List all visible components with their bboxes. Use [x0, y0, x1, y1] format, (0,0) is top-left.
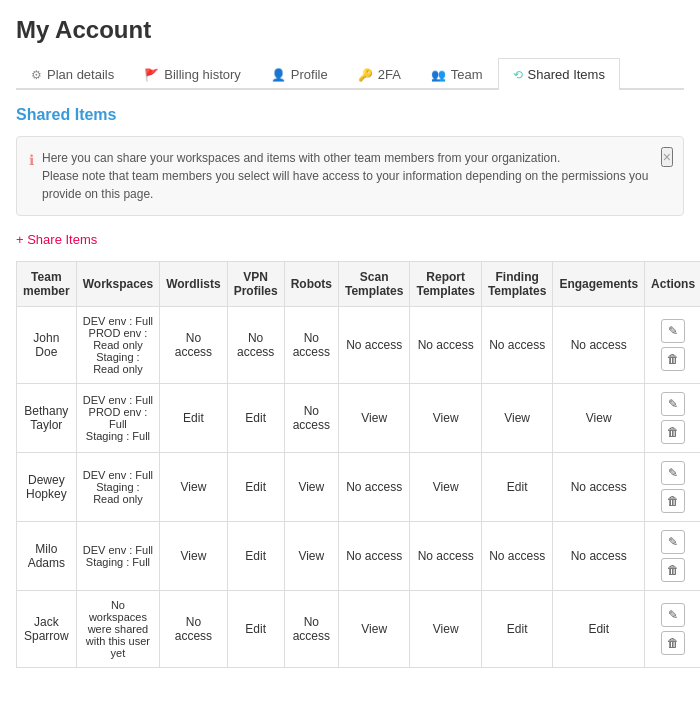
edit-button[interactable]: ✎	[661, 319, 685, 343]
tabs-nav: ⚙ Plan details 🚩 Billing history 👤 Profi…	[16, 58, 684, 90]
twofa-icon: 🔑	[358, 68, 373, 82]
table-row: Milo AdamsDEV env : Full Staging : FullV…	[17, 522, 701, 591]
cell-scan-templates: No access	[338, 522, 409, 591]
cell-finding-templates: No access	[481, 307, 552, 384]
shared-items-table: Team member Workspaces Wordlists VPN Pro…	[16, 261, 700, 668]
edit-button[interactable]: ✎	[661, 392, 685, 416]
delete-button[interactable]: 🗑	[661, 558, 685, 582]
share-items-button[interactable]: + Share Items	[16, 232, 97, 247]
tab-billing-label: Billing history	[164, 67, 241, 82]
tab-profile-label: Profile	[291, 67, 328, 82]
cell-vpn-profiles: Edit	[227, 522, 284, 591]
cell-robots: No access	[284, 384, 338, 453]
cell-member: John Doe	[17, 307, 77, 384]
tab-shared-label: Shared Items	[528, 67, 605, 82]
cell-workspaces: DEV env : Full PROD env : Full Staging :…	[76, 384, 159, 453]
cell-finding-templates: No access	[481, 522, 552, 591]
cell-engagements: Edit	[553, 591, 645, 668]
cell-wordlists: Edit	[160, 384, 227, 453]
cell-robots: No access	[284, 307, 338, 384]
tab-plan-label: Plan details	[47, 67, 114, 82]
tab-2fa[interactable]: 🔑 2FA	[343, 58, 416, 90]
cell-report-templates: No access	[410, 522, 481, 591]
team-icon: 👥	[431, 68, 446, 82]
cell-engagements: No access	[553, 307, 645, 384]
col-workspaces: Workspaces	[76, 262, 159, 307]
tab-billing-history[interactable]: 🚩 Billing history	[129, 58, 256, 90]
delete-button[interactable]: 🗑	[661, 631, 685, 655]
cell-member: Bethany Taylor	[17, 384, 77, 453]
page-title: My Account	[16, 16, 684, 44]
cell-scan-templates: View	[338, 384, 409, 453]
col-report-templates: Report Templates	[410, 262, 481, 307]
delete-button[interactable]: 🗑	[661, 420, 685, 444]
col-robots: Robots	[284, 262, 338, 307]
cell-actions: ✎ 🗑	[645, 453, 700, 522]
shared-icon: ⟲	[513, 68, 523, 82]
table-row: Jack SparrowNo workspaces were shared wi…	[17, 591, 701, 668]
cell-report-templates: No access	[410, 307, 481, 384]
cell-wordlists: No access	[160, 591, 227, 668]
tab-plan-details[interactable]: ⚙ Plan details	[16, 58, 129, 90]
cell-scan-templates: View	[338, 591, 409, 668]
edit-button[interactable]: ✎	[661, 530, 685, 554]
cell-actions: ✎ 🗑	[645, 384, 700, 453]
cell-engagements: No access	[553, 453, 645, 522]
cell-robots: View	[284, 522, 338, 591]
tab-team[interactable]: 👥 Team	[416, 58, 498, 90]
tab-2fa-label: 2FA	[378, 67, 401, 82]
col-finding-templates: Finding Templates	[481, 262, 552, 307]
cell-member: Dewey Hopkey	[17, 453, 77, 522]
table-row: John DoeDEV env : Full PROD env : Read o…	[17, 307, 701, 384]
info-banner: × ℹ Here you can share your workspaces a…	[16, 136, 684, 216]
plan-icon: ⚙	[31, 68, 42, 82]
cell-robots: No access	[284, 591, 338, 668]
profile-icon: 👤	[271, 68, 286, 82]
billing-icon: 🚩	[144, 68, 159, 82]
banner-close-button[interactable]: ×	[661, 147, 673, 167]
table-row: Bethany TaylorDEV env : Full PROD env : …	[17, 384, 701, 453]
delete-button[interactable]: 🗑	[661, 347, 685, 371]
edit-button[interactable]: ✎	[661, 461, 685, 485]
cell-wordlists: View	[160, 453, 227, 522]
cell-member: Jack Sparrow	[17, 591, 77, 668]
cell-finding-templates: Edit	[481, 591, 552, 668]
col-team-member: Team member	[17, 262, 77, 307]
cell-scan-templates: No access	[338, 453, 409, 522]
tab-team-label: Team	[451, 67, 483, 82]
cell-workspaces: DEV env : Full Staging : Read only	[76, 453, 159, 522]
cell-workspaces: No workspaces were shared with this user…	[76, 591, 159, 668]
cell-engagements: No access	[553, 522, 645, 591]
table-header-row: Team member Workspaces Wordlists VPN Pro…	[17, 262, 701, 307]
section-title: Shared Items	[16, 106, 684, 124]
cell-workspaces: DEV env : Full PROD env : Read only Stag…	[76, 307, 159, 384]
cell-wordlists: View	[160, 522, 227, 591]
cell-workspaces: DEV env : Full Staging : Full	[76, 522, 159, 591]
banner-info-icon: ℹ	[29, 150, 34, 203]
cell-actions: ✎ 🗑	[645, 307, 700, 384]
delete-button[interactable]: 🗑	[661, 489, 685, 513]
cell-report-templates: View	[410, 384, 481, 453]
tab-shared-items[interactable]: ⟲ Shared Items	[498, 58, 620, 90]
cell-robots: View	[284, 453, 338, 522]
cell-report-templates: View	[410, 453, 481, 522]
edit-button[interactable]: ✎	[661, 603, 685, 627]
cell-actions: ✎ 🗑	[645, 591, 700, 668]
col-engagements: Engagements	[553, 262, 645, 307]
col-scan-templates: Scan Templates	[338, 262, 409, 307]
cell-member: Milo Adams	[17, 522, 77, 591]
cell-actions: ✎ 🗑	[645, 522, 700, 591]
cell-finding-templates: Edit	[481, 453, 552, 522]
cell-vpn-profiles: Edit	[227, 591, 284, 668]
col-wordlists: Wordlists	[160, 262, 227, 307]
cell-report-templates: View	[410, 591, 481, 668]
cell-wordlists: No access	[160, 307, 227, 384]
cell-finding-templates: View	[481, 384, 552, 453]
cell-vpn-profiles: No access	[227, 307, 284, 384]
cell-vpn-profiles: Edit	[227, 384, 284, 453]
banner-text: Here you can share your workspaces and i…	[42, 149, 653, 203]
table-row: Dewey HopkeyDEV env : Full Staging : Rea…	[17, 453, 701, 522]
tab-profile[interactable]: 👤 Profile	[256, 58, 343, 90]
col-vpn-profiles: VPN Profiles	[227, 262, 284, 307]
cell-engagements: View	[553, 384, 645, 453]
